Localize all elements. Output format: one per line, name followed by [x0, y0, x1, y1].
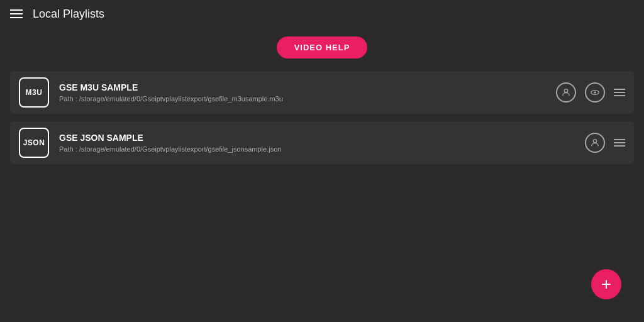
- playlist-list: M3U GSE M3U SAMPLE Path : /storage/emula…: [0, 71, 644, 164]
- svg-point-3: [593, 140, 596, 143]
- playlist-type-icon-m3u: M3U: [19, 77, 49, 108]
- svg-point-2: [594, 91, 596, 93]
- playlist-name-json: GSE JSON SAMPLE: [59, 133, 585, 143]
- playlist-path-m3u: Path : /storage/emulated/0/Gseiptvplayli…: [59, 95, 556, 103]
- video-help-button[interactable]: VIDEO HELP: [277, 36, 368, 58]
- more-menu-icon-json[interactable]: [614, 139, 625, 147]
- playlist-info-m3u: GSE M3U SAMPLE Path : /storage/emulated/…: [59, 82, 556, 103]
- playlist-actions-m3u: [556, 82, 625, 103]
- playlist-path-json: Path : /storage/emulated/0/Gseiptvplayli…: [59, 145, 585, 153]
- playlist-item-m3u: M3U GSE M3U SAMPLE Path : /storage/emula…: [10, 71, 634, 114]
- page-title: Local Playlists: [33, 8, 104, 21]
- add-fab-button[interactable]: +: [591, 269, 621, 299]
- video-help-container: VIDEO HELP: [0, 36, 644, 58]
- svg-point-0: [564, 89, 567, 92]
- user-icon-json[interactable]: [585, 133, 605, 153]
- eye-icon-m3u[interactable]: [585, 82, 605, 103]
- header: Local Playlists: [0, 0, 644, 28]
- more-menu-icon-m3u[interactable]: [614, 89, 625, 96]
- playlist-info-json: GSE JSON SAMPLE Path : /storage/emulated…: [59, 133, 585, 153]
- playlist-type-icon-json: JSON: [19, 128, 49, 158]
- playlist-actions-json: [585, 133, 625, 153]
- playlist-item-json: JSON GSE JSON SAMPLE Path : /storage/emu…: [10, 121, 634, 164]
- playlist-name-m3u: GSE M3U SAMPLE: [59, 82, 556, 92]
- user-icon-m3u[interactable]: [556, 82, 576, 103]
- menu-icon[interactable]: [10, 9, 23, 18]
